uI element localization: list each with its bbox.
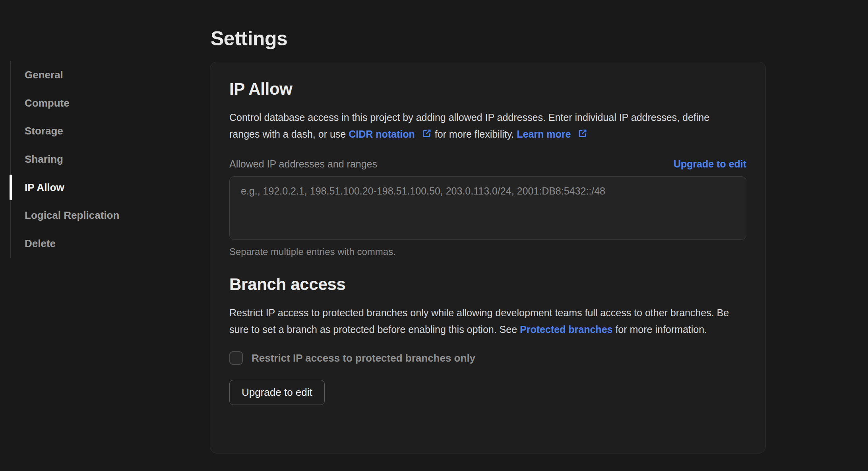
settings-card: IP Allow Control database access in this… — [210, 62, 766, 453]
ip-allow-heading: IP Allow — [229, 80, 746, 99]
settings-sidebar: General Compute Storage Sharing IP Allow… — [10, 61, 177, 258]
sidebar-item-sharing[interactable]: Sharing — [11, 145, 177, 173]
textarea-helper: Separate multiple entries with commas. — [229, 246, 746, 257]
allowed-ips-label: Allowed IP addresses and ranges — [229, 158, 377, 170]
external-link-icon — [421, 128, 432, 139]
upgrade-to-edit-link[interactable]: Upgrade to edit — [674, 158, 746, 170]
sidebar-item-ip-allow[interactable]: IP Allow — [11, 173, 177, 202]
restrict-checkbox[interactable] — [229, 351, 243, 365]
sidebar-item-logical-replication[interactable]: Logical Replication — [11, 201, 177, 230]
sidebar-item-label: Sharing — [25, 153, 63, 165]
sidebar-item-label: Storage — [25, 125, 63, 137]
restrict-checkbox-label: Restrict IP access to protected branches… — [252, 352, 475, 364]
upgrade-to-edit-button[interactable]: Upgrade to edit — [229, 380, 325, 405]
allowed-ips-textarea[interactable] — [229, 176, 746, 240]
learn-more-link[interactable]: Learn more — [517, 128, 588, 140]
allowed-ips-field-row: Allowed IP addresses and ranges Upgrade … — [229, 158, 746, 170]
ip-allow-description: Control database access in this project … — [229, 109, 742, 142]
external-link-icon — [577, 128, 588, 139]
restrict-checkbox-row[interactable]: Restrict IP access to protected branches… — [229, 351, 746, 365]
sidebar-item-label: Delete — [25, 237, 56, 250]
sidebar-item-compute[interactable]: Compute — [11, 89, 177, 117]
sidebar-item-storage[interactable]: Storage — [11, 117, 177, 145]
sidebar-item-label: General — [25, 69, 63, 81]
page-title: Settings — [211, 27, 287, 50]
sidebar-item-label: IP Allow — [25, 181, 64, 194]
sidebar-item-general[interactable]: General — [11, 61, 177, 89]
sidebar-item-label: Compute — [25, 97, 70, 109]
sidebar-item-label: Logical Replication — [25, 209, 119, 222]
branch-access-description: Restrict IP access to protected branches… — [229, 304, 742, 338]
sidebar-item-delete[interactable]: Delete — [11, 230, 177, 258]
branch-access-heading: Branch access — [229, 275, 746, 294]
cidr-notation-link[interactable]: CIDR notation — [349, 128, 435, 140]
protected-branches-link[interactable]: Protected branches — [520, 324, 612, 335]
